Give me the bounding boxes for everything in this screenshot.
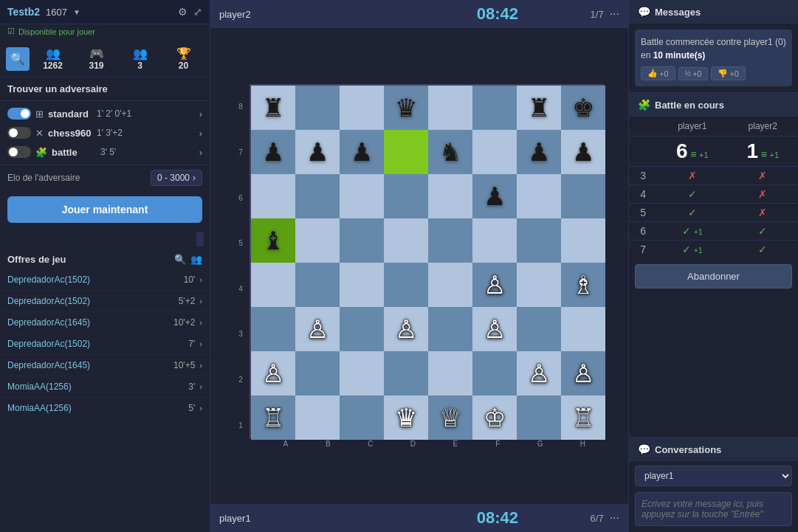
settings-icon[interactable]: ⚙ [178,6,188,18]
standard-toggle[interactable] [7,108,31,120]
cell[interactable]: ♟ [295,130,340,174]
vote-like-btn[interactable]: 👍 +0 [641,66,675,80]
cell[interactable] [384,130,428,174]
cell[interactable] [295,351,340,395]
stat-friends[interactable]: 👥 3 [120,45,160,72]
vote-dislike-btn[interactable]: 👎 +0 [711,66,746,80]
cell[interactable] [251,307,295,351]
cell[interactable] [517,263,561,307]
offer-item-0[interactable]: DepredadorAc(1502) 10' › [0,269,210,291]
cell[interactable]: ♙ [561,351,605,395]
offer-item-3[interactable]: DepredadorAc(1502) 7' › [0,334,210,355]
cell[interactable] [384,218,428,263]
cell[interactable] [561,307,605,351]
offers-search-icon[interactable]: 🔍 [174,254,186,265]
cell[interactable]: ♜ [517,86,561,130]
cell[interactable]: ♟ [251,130,295,174]
cell[interactable] [472,351,517,395]
cell[interactable]: ♙ [251,351,295,395]
offer-item-1[interactable]: DepredadorAc(1502) 5'+2 › [0,291,210,312]
cell[interactable]: ♙ [472,307,517,351]
cell[interactable] [295,86,340,130]
cell[interactable]: ♝ [251,218,295,263]
cell[interactable] [340,174,384,218]
cell[interactable] [428,307,472,351]
cell[interactable] [251,174,295,218]
offer-item-6[interactable]: MomiaAA(1256) 5' › [0,398,210,419]
cell[interactable]: ♕ [428,395,472,440]
cell[interactable]: ♙ [384,307,428,351]
vote-half-btn[interactable]: ½ +0 [678,67,709,80]
cell[interactable] [517,395,561,440]
username[interactable]: Testb2 [7,6,40,18]
battle-arrow[interactable]: › [199,147,202,158]
cell[interactable]: ♙ [517,351,561,395]
cell[interactable] [340,86,384,130]
play-now-button[interactable]: Jouer maintenant [7,196,202,223]
cell[interactable] [517,218,561,263]
collapse-handle[interactable] [196,232,204,246]
search-button[interactable]: 🔍 [6,47,30,71]
cell[interactable] [428,174,472,218]
cell[interactable] [428,218,472,263]
cell[interactable] [295,174,340,218]
cell[interactable] [295,263,340,307]
cell[interactable] [295,395,340,440]
cell[interactable] [472,86,517,130]
stat-followers[interactable]: 👥 1262 [32,45,73,72]
cell[interactable]: ♙ [295,307,340,351]
cell[interactable] [340,307,384,351]
cell[interactable]: ♙ [472,263,517,307]
cell[interactable]: ♚ [561,86,605,130]
cell[interactable] [295,218,340,263]
standard-arrow[interactable]: › [199,108,202,120]
cell[interactable]: ♖ [561,395,605,440]
stat-trophies[interactable]: 🏆 20 [163,45,204,72]
rating-dropdown[interactable]: ▼ [73,8,80,16]
offer-item-4[interactable]: DepredadorAc(1645) 10'+5 › [0,355,210,376]
cell[interactable] [561,174,605,218]
cell[interactable] [472,218,517,263]
cell[interactable] [428,86,472,130]
conversation-player-select[interactable]: player1 [635,466,792,486]
cell[interactable]: ♞ [428,130,472,174]
board-menu-bot[interactable]: ··· [610,511,619,525]
cell[interactable] [517,174,561,218]
cell[interactable] [340,263,384,307]
cell[interactable] [384,351,428,395]
cell[interactable] [517,307,561,351]
expand-icon[interactable]: ⤢ [193,6,202,18]
cell[interactable] [384,174,428,218]
chess-board[interactable]: ♜♛♜♚♟♟♟♞♟♟♟♝♙♗♙♙♙♙♙♙♖♛♕♔♖ [250,84,604,438]
cell[interactable]: ♟ [472,174,517,218]
cell[interactable] [561,218,605,263]
cell[interactable]: ♟ [340,130,384,174]
cell[interactable] [340,218,384,263]
offer-item-5[interactable]: MomiaAA(1256) 3' › [0,376,210,398]
elo-range-selector[interactable]: 0 - 3000 › [151,170,202,186]
cell[interactable]: ♟ [517,130,561,174]
stat-games[interactable]: 🎮 319 [76,45,117,72]
cell[interactable] [384,263,428,307]
cell[interactable] [472,130,517,174]
cell[interactable] [428,351,472,395]
cell[interactable] [251,263,295,307]
battle-toggle[interactable] [7,146,31,158]
offer-item-2[interactable]: DepredadorAc(1645) 10'+2 › [0,312,210,334]
offers-users-icon[interactable]: 👥 [190,254,202,265]
message-input[interactable]: Ecrivez votre message ici, puis appuyez … [635,492,792,526]
cell[interactable]: ♜ [251,86,295,130]
cell[interactable]: ♖ [251,395,295,440]
cell[interactable]: ♗ [561,263,605,307]
cell[interactable] [340,395,384,440]
cell[interactable] [428,263,472,307]
abandon-button[interactable]: Abandonner [635,264,792,289]
cell[interactable]: ♛ [384,395,428,440]
cell[interactable]: ♔ [472,395,517,440]
cell[interactable]: ♟ [561,130,605,174]
chess960-arrow[interactable]: › [199,128,202,139]
chess960-toggle[interactable] [7,127,31,139]
cell[interactable] [340,351,384,395]
board-menu-top[interactable]: ··· [610,7,619,21]
cell[interactable]: ♛ [384,86,428,130]
